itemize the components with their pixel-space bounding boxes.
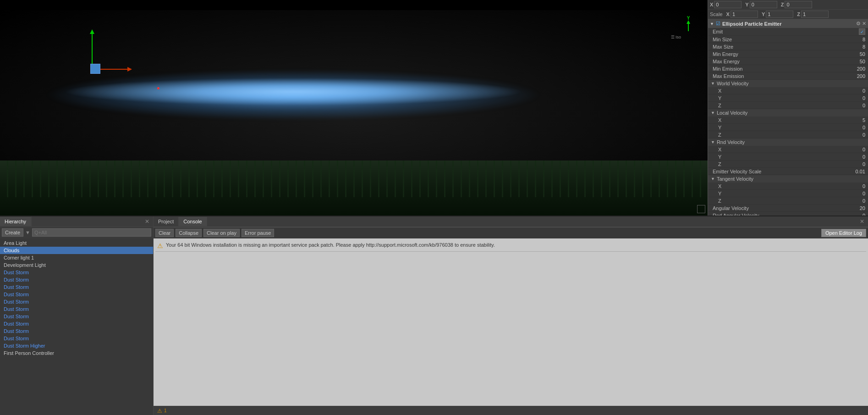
- create-button[interactable]: Create: [2, 228, 23, 237]
- emit-label: Emit: [711, 29, 859, 34]
- emitter-vel-scale-value[interactable]: 0.01: [847, 169, 865, 174]
- tangent-vel-z-label: Z: [711, 198, 847, 204]
- console-close-button[interactable]: ✕: [856, 216, 868, 227]
- world-velocity-label: World Velocity: [717, 81, 749, 86]
- world-vel-z-value[interactable]: 0: [847, 103, 865, 108]
- emitter-body: Emit Min Size 8 Max Size 8 Min Energy 50…: [708, 28, 868, 216]
- rnd-vel-z-row: Z 0: [708, 160, 868, 168]
- max-size-value[interactable]: 8: [847, 44, 865, 50]
- project-tab[interactable]: Project: [154, 217, 179, 226]
- local-vel-y-value[interactable]: 0: [847, 125, 865, 130]
- local-velocity-arrow: ▼: [711, 111, 715, 115]
- hierarchy-item[interactable]: Clouds: [0, 247, 153, 254]
- min-emission-value[interactable]: 200: [847, 66, 865, 72]
- angular-velocity-label: Angular Velocity: [711, 205, 847, 211]
- hierarchy-list: Area LightCloudsCorner light 1Developmen…: [0, 238, 153, 415]
- status-warning-icon: ⚠: [157, 408, 162, 414]
- top-area: Y ☰ Iso X Y: [0, 0, 868, 216]
- console-tab[interactable]: Console: [179, 217, 207, 226]
- rnd-vel-z-value[interactable]: 0: [847, 161, 865, 167]
- min-energy-value[interactable]: 50: [847, 51, 865, 57]
- tangent-vel-z-value[interactable]: 0: [847, 198, 865, 204]
- world-vel-y-label: Y: [711, 95, 847, 101]
- max-size-label: Max Size: [711, 44, 847, 50]
- hierarchy-item[interactable]: Development Light: [0, 261, 153, 269]
- hierarchy-search-input[interactable]: [32, 228, 151, 237]
- emit-checkbox[interactable]: [859, 28, 865, 35]
- position-x-input[interactable]: [714, 1, 742, 8]
- hierarchy-item[interactable]: Corner light 1: [0, 254, 153, 261]
- scene-view[interactable]: Y ☰ Iso: [0, 0, 708, 216]
- position-y-label: Y: [745, 2, 748, 7]
- bottom-area: Hierarchy ✕ Create ▼ Area LightCloudsCor…: [0, 216, 868, 415]
- position-row: X Y Z: [708, 0, 868, 10]
- hierarchy-item[interactable]: Dust Storm: [0, 269, 153, 276]
- position-z-input[interactable]: [785, 1, 812, 8]
- world-velocity-section[interactable]: ▼ World Velocity: [708, 80, 868, 87]
- hierarchy-item[interactable]: Dust Storm: [0, 291, 153, 298]
- center-panel: Project Console ✕ Clear Collapse Clear o…: [154, 216, 868, 415]
- emitter-header[interactable]: ▼ ☑ Ellipsoid Particle Emitter ⚙ ✕: [708, 19, 868, 28]
- pivot-point: [157, 87, 159, 89]
- angular-velocity-value[interactable]: 20: [847, 205, 865, 211]
- selected-object-cube: [90, 64, 100, 74]
- world-vel-z-row: Z 0: [708, 102, 868, 109]
- rnd-vel-x-value[interactable]: 0: [847, 147, 865, 152]
- error-pause-button[interactable]: Error pause: [242, 229, 274, 237]
- status-warning-count: 1: [164, 408, 167, 413]
- position-z-label: Z: [781, 2, 784, 7]
- hierarchy-item[interactable]: Dust Storm: [0, 335, 153, 342]
- rnd-velocity-section[interactable]: ▼ Rnd Velocity: [708, 138, 868, 146]
- scene-gizmo: Y ☰ Iso: [679, 22, 698, 45]
- local-velocity-section[interactable]: ▼ Local Velocity: [708, 109, 868, 116]
- hierarchy-tab[interactable]: Hierarchy: [0, 217, 31, 226]
- world-vel-y-value[interactable]: 0: [847, 95, 865, 101]
- emitter-vel-scale-label: Emitter Velocity Scale: [711, 169, 847, 174]
- rnd-vel-y-value[interactable]: 0: [847, 154, 865, 160]
- hierarchy-item[interactable]: Dust Storm: [0, 276, 153, 283]
- hierarchy-item[interactable]: Dust Storm: [0, 283, 153, 291]
- position-y-input[interactable]: [750, 1, 777, 8]
- tangent-velocity-section[interactable]: ▼ Tangent Velocity: [708, 175, 868, 183]
- local-vel-x-label: X: [711, 117, 847, 123]
- max-energy-label: Max Energy: [711, 59, 847, 64]
- hierarchy-toolbar: Create ▼: [0, 227, 153, 238]
- world-vel-x-value[interactable]: 0: [847, 88, 865, 94]
- emitter-icons: ⚙ ✕: [856, 21, 866, 27]
- console-body: ⚠ Your 64 bit Windows installation is mi…: [154, 238, 868, 406]
- hierarchy-item[interactable]: Dust Storm: [0, 298, 153, 305]
- collapse-button[interactable]: Collapse: [176, 229, 202, 237]
- emitter-collapse-arrow: ▼: [710, 22, 714, 26]
- clear-button[interactable]: Clear: [155, 229, 174, 237]
- iso-indicator[interactable]: ☰ Iso: [671, 35, 681, 39]
- max-energy-row: Max Energy 50: [708, 58, 868, 65]
- tangent-vel-x-value[interactable]: 0: [847, 183, 865, 189]
- open-editor-log-button[interactable]: Open Editor Log: [821, 229, 866, 237]
- hierarchy-item[interactable]: Dust Storm: [0, 313, 153, 320]
- scale-z-input[interactable]: [801, 11, 829, 18]
- min-size-value[interactable]: 8: [847, 37, 865, 42]
- scale-x-input[interactable]: [731, 11, 758, 18]
- hierarchy-item[interactable]: Dust Storm: [0, 327, 153, 335]
- emitter-enabled-check[interactable]: ☑: [716, 21, 720, 27]
- tangent-vel-x-row: X 0: [708, 183, 868, 190]
- clear-on-play-button[interactable]: Clear on play: [203, 229, 240, 237]
- local-vel-z-value[interactable]: 0: [847, 132, 865, 138]
- hierarchy-item[interactable]: Area Light: [0, 239, 153, 247]
- scale-y-input[interactable]: [766, 11, 793, 18]
- hierarchy-close-button[interactable]: ✕: [141, 216, 153, 227]
- hierarchy-item[interactable]: Dust Storm Higher: [0, 342, 153, 349]
- inspector-panel: X Y Z Scale X Y Z: [708, 0, 868, 216]
- hierarchy-item[interactable]: First Person Controller: [0, 349, 153, 357]
- tangent-vel-y-value[interactable]: 0: [847, 191, 865, 196]
- emit-row: Emit: [708, 28, 868, 36]
- hierarchy-item[interactable]: Dust Storm: [0, 320, 153, 327]
- scale-x-field: X: [726, 11, 758, 18]
- max-energy-value[interactable]: 50: [847, 59, 865, 64]
- max-emission-value[interactable]: 200: [847, 73, 865, 79]
- tangent-velocity-label: Tangent Velocity: [717, 176, 753, 182]
- min-emission-label: Min Emission: [711, 66, 847, 72]
- scale-label: Scale: [710, 11, 723, 17]
- hierarchy-item[interactable]: Dust Storm: [0, 305, 153, 313]
- local-vel-x-value[interactable]: 5: [847, 117, 865, 123]
